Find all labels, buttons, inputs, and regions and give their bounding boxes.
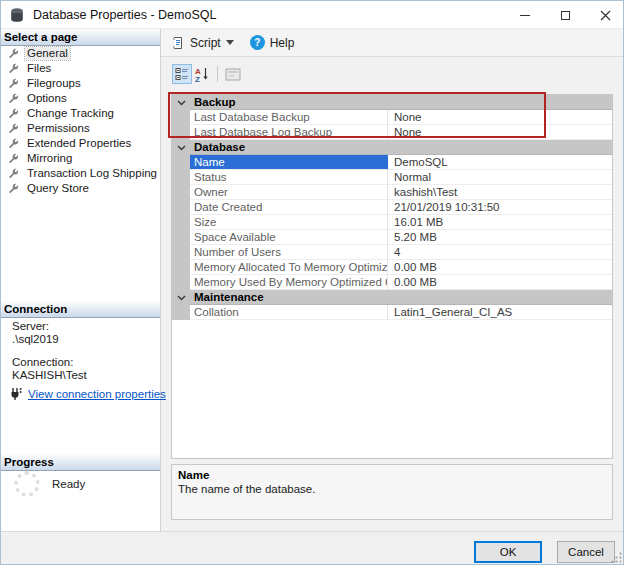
property-pages-icon (225, 68, 241, 81)
view-connection-properties[interactable]: View connection properties (9, 387, 166, 401)
row-gutter (172, 260, 190, 275)
property-value: DemoSQL (388, 155, 612, 170)
property-value: kashish\Test (388, 185, 612, 200)
property-grid: Backup Last Database Backup None (171, 94, 613, 459)
property-row[interactable]: Name DemoSQL (172, 155, 612, 170)
sidebar-item-label: Mirroring (25, 152, 74, 165)
sidebar-item[interactable]: Query Store (1, 181, 159, 196)
progress-header: Progress (1, 454, 160, 471)
row-gutter (172, 170, 190, 185)
row-gutter (172, 290, 190, 305)
sidebar-item[interactable]: Files (1, 61, 159, 76)
property-label: Maintenance (190, 290, 388, 305)
property-row[interactable]: Memory Used By Memory Optimized Objects … (172, 275, 612, 290)
svg-text:Z: Z (195, 74, 200, 82)
script-button[interactable]: Script (165, 32, 240, 54)
row-gutter (172, 275, 190, 290)
row-gutter (172, 155, 190, 170)
title-bar: Database Properties - DemoSQL (1, 1, 624, 29)
sidebar-item[interactable]: Options (1, 91, 159, 106)
dialog-toolbar: Script ? Help (161, 29, 624, 57)
help-icon: ? (250, 35, 265, 50)
property-value: None (388, 110, 612, 125)
sidebar: Select a page General Files (1, 29, 161, 531)
row-gutter (172, 305, 190, 320)
property-row[interactable]: Database (172, 140, 612, 155)
minimize-button[interactable] (505, 1, 545, 29)
property-row[interactable]: Last Database Backup None (172, 110, 612, 125)
close-button[interactable] (585, 1, 624, 29)
property-row[interactable]: Date Created 21/01/2019 10:31:50 (172, 200, 612, 215)
minimize-icon (520, 15, 530, 16)
resize-grip[interactable] (610, 551, 623, 564)
chevron-down-icon (177, 295, 186, 301)
connection-info: Server: .\sql2019 Connection: KASHISH\Te… (12, 320, 87, 382)
property-row[interactable]: Maintenance (172, 290, 612, 305)
ok-button[interactable]: OK (474, 541, 542, 563)
categorized-view-button[interactable] (172, 64, 192, 84)
property-row[interactable]: Number of Users 4 (172, 245, 612, 260)
sidebar-item[interactable]: Change Tracking (1, 106, 159, 121)
property-value: 21/01/2019 10:31:50 (388, 200, 612, 215)
property-row[interactable]: Last Database Log Backup None (172, 125, 612, 140)
wrench-icon (8, 108, 19, 119)
wrench-icon (8, 93, 19, 104)
help-button[interactable]: ? Help (244, 32, 301, 54)
property-row[interactable]: Status Normal (172, 170, 612, 185)
close-icon (600, 10, 611, 21)
property-label: Backup (190, 95, 388, 110)
property-row[interactable]: Collation Latin1_General_CI_AS (172, 305, 612, 320)
cancel-button[interactable]: Cancel (557, 541, 615, 563)
sidebar-item-label: Change Tracking (25, 107, 116, 120)
property-label: Owner (190, 185, 388, 200)
server-value: .\sql2019 (12, 333, 87, 346)
categorized-icon (175, 67, 189, 81)
script-label: Script (190, 36, 221, 50)
sidebar-item[interactable]: Extended Properties (1, 136, 159, 151)
property-value: 0.00 MB (388, 260, 612, 275)
row-gutter (172, 230, 190, 245)
maximize-button[interactable] (545, 1, 585, 29)
property-value: 4 (388, 245, 612, 260)
description-title: Name (178, 469, 606, 481)
script-icon (171, 36, 185, 50)
chevron-down-icon (177, 100, 186, 106)
view-connection-properties-link[interactable]: View connection properties (28, 388, 166, 400)
sidebar-item-label: Filegroups (25, 77, 83, 90)
property-label: Space Available (190, 230, 388, 245)
property-value: Normal (388, 170, 612, 185)
sidebar-item[interactable]: Transaction Log Shipping (1, 166, 159, 181)
sidebar-item[interactable]: Mirroring (1, 151, 159, 166)
row-gutter (172, 185, 190, 200)
property-value (388, 290, 612, 305)
sidebar-item[interactable]: Filegroups (1, 76, 159, 91)
property-row[interactable]: Space Available 5.20 MB (172, 230, 612, 245)
property-row[interactable]: Owner kashish\Test (172, 185, 612, 200)
row-gutter (172, 95, 190, 110)
chevron-down-icon (177, 145, 186, 151)
property-row[interactable]: Backup (172, 95, 612, 110)
property-label: Status (190, 170, 388, 185)
connection-value: KASHISH\Test (12, 369, 87, 382)
property-row[interactable]: Size 16.01 MB (172, 215, 612, 230)
property-label: Last Database Backup (190, 110, 388, 125)
toolbar-separator (217, 66, 218, 82)
alphabetical-sort-button[interactable]: A Z (192, 64, 212, 84)
property-label: Memory Used By Memory Optimized Objects (190, 275, 388, 290)
property-value: Latin1_General_CI_AS (388, 305, 612, 320)
sidebar-item-label: Transaction Log Shipping (25, 167, 159, 180)
property-row[interactable]: Memory Allocated To Memory Optimized Ob … (172, 260, 612, 275)
property-label: Name (190, 155, 388, 170)
property-label: Number of Users (190, 245, 388, 260)
sidebar-item-label: Extended Properties (25, 137, 133, 150)
connection-properties-icon (9, 387, 23, 401)
row-gutter (172, 110, 190, 125)
wrench-icon (8, 138, 19, 149)
wrench-icon (8, 183, 19, 194)
database-properties-dialog: Database Properties - DemoSQL Select a p… (0, 0, 624, 565)
sidebar-item-label: Permissions (25, 122, 92, 135)
sidebar-item[interactable]: Permissions (1, 121, 159, 136)
sidebar-item[interactable]: General (1, 46, 159, 61)
grid-toolbar: A Z (172, 64, 243, 84)
row-gutter (172, 200, 190, 215)
